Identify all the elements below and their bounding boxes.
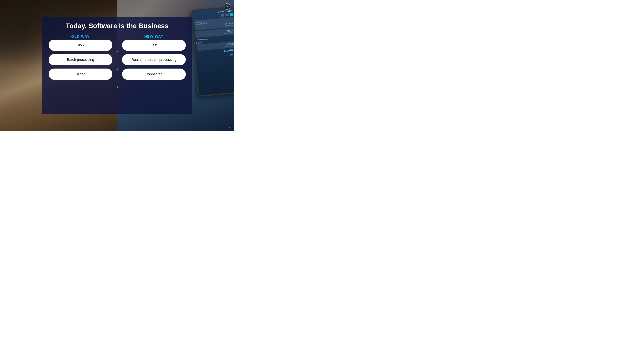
old-item-siloed: Siloed — [48, 68, 112, 80]
arrow-3: › — [116, 81, 118, 92]
content-panel: Today, Software Is the Business OLD WAY … — [42, 17, 192, 114]
slide-number: 8 — [229, 126, 230, 129]
new-way-column: NEW WAY Fast Real-time stream processing… — [122, 34, 186, 96]
old-item-slow: Slow — [48, 39, 112, 51]
arrows-column: › › › — [112, 34, 122, 96]
compass-icon: ✳ — [224, 3, 230, 10]
phone-nav-dot-3 — [230, 13, 233, 16]
phone-screen: Online Banking Personal Account Account … — [192, 7, 234, 95]
phone-nav-dot-1 — [221, 14, 224, 17]
slide-title: Today, Software Is the Business — [66, 22, 168, 30]
phone-nav-dot-2 — [226, 13, 229, 16]
new-way-items: Fast Real-time stream processing Connect… — [122, 39, 186, 80]
old-way-items: Slow Batch processing Siloed — [48, 39, 112, 80]
comparison-wrapper: OLD WAY Slow Batch processing Siloed › ›… — [48, 34, 186, 96]
arrow-1: › — [116, 46, 118, 57]
old-item-batch: Batch processing — [48, 54, 112, 65]
old-way-column: OLD WAY Slow Batch processing Siloed — [48, 34, 112, 96]
phone-mockup: Online Banking Personal Account Account … — [190, 6, 234, 97]
new-way-header: NEW WAY — [144, 34, 164, 39]
old-way-header: OLD WAY — [71, 34, 90, 39]
new-item-realtime: Real-time stream processing — [122, 54, 186, 65]
new-item-fast: Fast — [122, 39, 186, 51]
arrow-2: › — [116, 63, 118, 75]
new-item-connected: Connected — [122, 68, 186, 80]
